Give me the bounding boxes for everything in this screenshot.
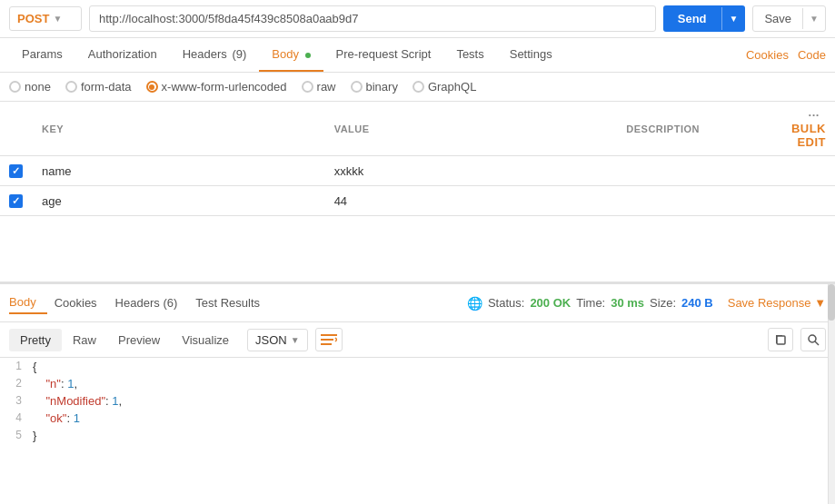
save-dropdown-icon[interactable]: ▼ [802, 8, 825, 29]
table-row-placeholder: Key Value Description [0, 216, 835, 221]
url-input[interactable] [89, 5, 656, 32]
wrap-icon[interactable] [315, 328, 343, 351]
line-content-2: "n": 1, [33, 377, 77, 390]
row1-value[interactable]: xxkkk [325, 156, 618, 186]
tab-body[interactable]: Body [259, 38, 323, 72]
radio-raw [302, 81, 313, 93]
response-tab-test-results[interactable]: Test Results [195, 292, 271, 313]
tab-settings[interactable]: Settings [497, 38, 565, 72]
send-dropdown-icon[interactable]: ▼ [721, 7, 746, 30]
option-none[interactable]: none [9, 80, 51, 94]
format-tab-preview[interactable]: Preview [107, 329, 171, 351]
response-tab-body[interactable]: Body [9, 292, 47, 314]
code-line: 2 "n": 1, [0, 375, 835, 392]
tab-params[interactable]: Params [9, 38, 75, 72]
send-button[interactable]: Send ▼ [663, 5, 746, 32]
body-dot [305, 53, 311, 58]
response-code-area: 1 { 2 "n": 1, 3 "nModified": 1, 4 "ok": … [0, 358, 835, 467]
svg-rect-3 [777, 336, 785, 344]
option-binary[interactable]: binary [351, 80, 398, 94]
format-bar: Pretty Raw Preview Visualize JSON ▼ [0, 322, 835, 358]
code-line: 1 { [0, 358, 835, 375]
save-response-button[interactable]: Save Response ▼ [728, 296, 826, 310]
radio-none [9, 81, 21, 93]
bulk-edit-button[interactable]: Bulk Edit [791, 122, 826, 149]
save-button[interactable]: Save ▼ [752, 5, 826, 32]
format-type-select[interactable]: JSON ▼ [247, 329, 308, 351]
response-tab-headers[interactable]: Headers (6) [115, 292, 189, 313]
option-graphql[interactable]: GraphQL [413, 80, 476, 94]
th-description: DESCRIPTION [617, 102, 782, 156]
scrollbar-thumb[interactable] [828, 284, 835, 321]
placeholder-description[interactable]: Description [617, 216, 782, 221]
response-status-bar: 🌐 Status: 200 OK Time: 30 ms Size: 240 B… [467, 296, 826, 311]
save-response-chevron: ▼ [814, 296, 826, 310]
row2-checkbox[interactable] [9, 194, 23, 208]
method-selector[interactable]: POST ▼ [9, 6, 82, 31]
placeholder-actions [782, 216, 835, 221]
search-icon[interactable] [800, 328, 826, 351]
option-form-data[interactable]: form-data [65, 80, 132, 94]
line-content-1: { [33, 360, 36, 373]
more-icon[interactable]: ··· [809, 108, 820, 122]
copy-icon[interactable] [768, 328, 793, 351]
placeholder-key[interactable]: Key [33, 216, 325, 221]
svg-point-4 [809, 335, 816, 342]
params-table: KEY VALUE DESCRIPTION ··· Bulk Edit name [0, 102, 835, 220]
table-row: age 44 [0, 186, 835, 216]
body-type-options: none form-data x-www-form-urlencoded raw… [0, 73, 835, 102]
response-section: Body Cookies Headers (6) Test Results 🌐 … [0, 282, 835, 504]
line-num-2: 2 [0, 377, 33, 390]
radio-graphql [413, 81, 424, 93]
line-content-3: "nModified": 1, [33, 394, 122, 408]
row1-key[interactable]: name [33, 156, 325, 186]
request-tabs: Params Authorization Headers (9) Body Pr… [0, 38, 835, 73]
status-label: Status: [488, 296, 524, 310]
th-checkbox [0, 102, 33, 156]
line-content-5: } [33, 429, 36, 442]
row1-checkbox[interactable] [9, 164, 23, 178]
code-link[interactable]: Code [798, 48, 826, 62]
row2-actions [782, 186, 835, 216]
table-row: name xxkkk [0, 156, 835, 186]
format-tab-visualize[interactable]: Visualize [171, 329, 240, 351]
code-line: 3 "nModified": 1, [0, 392, 835, 410]
method-label: POST [17, 12, 49, 25]
scrollbar[interactable] [828, 284, 835, 504]
method-chevron-icon: ▼ [53, 14, 62, 24]
row2-description[interactable] [617, 186, 782, 216]
th-value: VALUE [325, 102, 618, 156]
send-label: Send [663, 5, 721, 32]
nav-right-links: Cookies Code [746, 48, 826, 62]
row1-description[interactable] [617, 156, 782, 186]
format-select-chevron: ▼ [291, 335, 300, 345]
size-value: 240 B [681, 296, 713, 310]
format-tab-pretty[interactable]: Pretty [9, 329, 62, 351]
top-bar: POST ▼ Send ▼ Save ▼ [0, 0, 835, 38]
line-num-3: 3 [0, 394, 33, 407]
size-label: Size: [650, 296, 676, 310]
time-value: 30 ms [611, 296, 644, 310]
row2-value[interactable]: 44 [325, 186, 618, 216]
line-num-4: 4 [0, 411, 33, 424]
line-num-1: 1 [0, 360, 33, 372]
option-x-www-form-urlencoded[interactable]: x-www-form-urlencoded [146, 80, 287, 94]
cookies-link[interactable]: Cookies [746, 48, 789, 62]
headers-badge: (9) [232, 47, 246, 61]
save-label: Save [753, 6, 802, 31]
tab-authorization[interactable]: Authorization [75, 38, 170, 72]
code-line: 5 } [0, 427, 835, 444]
status-value: 200 OK [530, 296, 571, 310]
tab-pre-request[interactable]: Pre-request Script [323, 38, 444, 72]
params-table-wrapper: KEY VALUE DESCRIPTION ··· Bulk Edit name [0, 102, 835, 220]
row1-actions [782, 156, 835, 186]
tab-headers[interactable]: Headers (9) [170, 38, 260, 72]
svg-line-5 [815, 341, 819, 345]
placeholder-value[interactable]: Value [325, 216, 618, 221]
radio-x-www [146, 81, 158, 93]
format-tab-raw[interactable]: Raw [62, 329, 107, 351]
option-raw[interactable]: raw [302, 80, 336, 94]
tab-tests[interactable]: Tests [443, 38, 496, 72]
row2-key[interactable]: age [33, 186, 325, 216]
response-tab-cookies[interactable]: Cookies [55, 292, 108, 313]
